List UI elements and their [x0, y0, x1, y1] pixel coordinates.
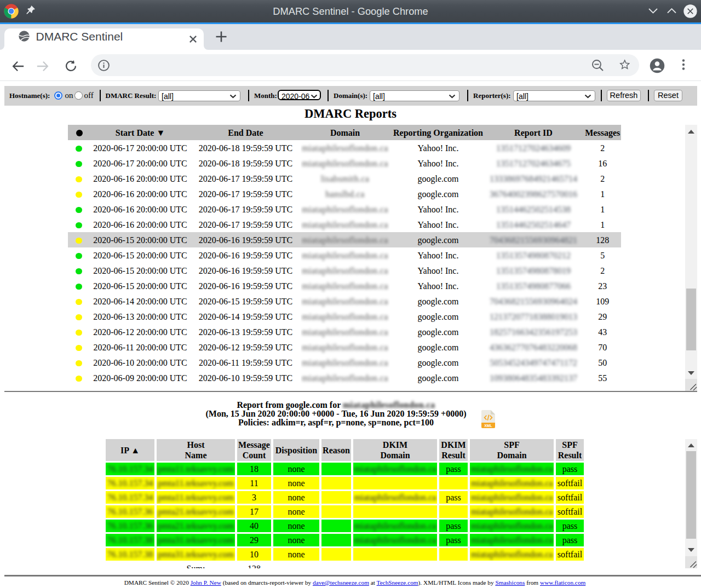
svg-text:XML: XML: [484, 424, 492, 428]
